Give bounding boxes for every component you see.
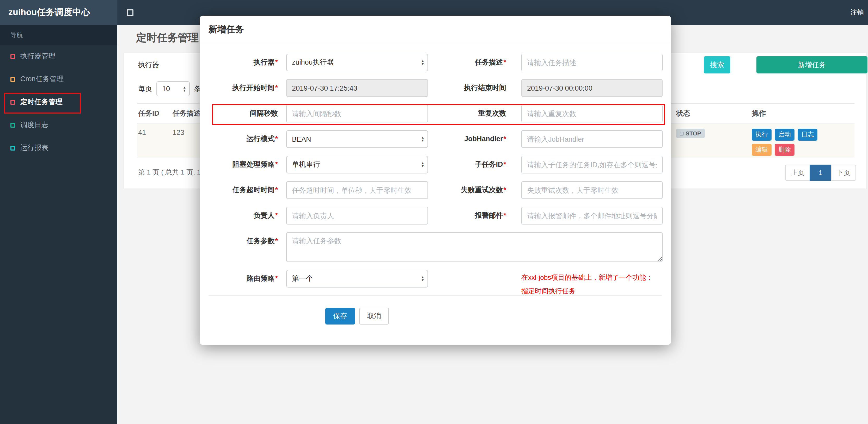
child-job-label: 子任务ID* — [428, 156, 506, 173]
logout-link[interactable]: 注销 — [850, 0, 864, 25]
child-job-input[interactable] — [521, 156, 662, 173]
header-status: 状态 — [676, 109, 690, 118]
per-page-label: 每页 — [138, 84, 152, 94]
add-job-button[interactable]: 新增任务 — [756, 56, 867, 73]
timeout-input[interactable] — [286, 181, 428, 199]
cancel-button[interactable]: 取消 — [359, 308, 389, 325]
sidebar-item-label: Cron任务管理 — [20, 74, 64, 84]
end-time-label: 执行结束时间 — [428, 79, 506, 97]
square-icon — [10, 145, 15, 150]
sidebar-item-dispatch-log[interactable]: 调度日志 — [0, 113, 117, 136]
delete-button[interactable]: 删除 — [775, 144, 795, 156]
modal-title: 新增任务 — [209, 25, 244, 34]
job-handler-input[interactable] — [521, 130, 662, 148]
executor-select[interactable]: zuihou执行器 ▲▼ — [286, 54, 428, 71]
sidebar-item-label: 执行器管理 — [20, 52, 56, 61]
route-strategy-select[interactable]: 第一个 ▲▼ — [286, 270, 428, 288]
fail-retry-input[interactable] — [521, 181, 662, 199]
sidebar-item-run-report[interactable]: 运行报表 — [0, 136, 117, 159]
stop-icon — [680, 132, 683, 135]
route-strategy-label: 路由策略* — [200, 270, 278, 288]
alarm-email-input[interactable] — [521, 207, 662, 225]
job-param-label: 任务参数* — [200, 232, 278, 262]
form-row-job-param: 任务参数* — [200, 232, 671, 262]
square-icon — [10, 123, 15, 127]
interval-label: 间隔秒数 — [200, 105, 278, 122]
form-row-timeout-retry: 任务超时时间* 失败重试次数* — [200, 181, 671, 199]
feature-note: 在xxl-jobs项目的基础上，新增了一个功能： 指定时间执行任务 — [521, 271, 671, 298]
author-input[interactable] — [286, 207, 428, 225]
modal-footer: 保存 取消 — [286, 308, 428, 325]
select-arrows-icon: ▲▼ — [183, 86, 186, 92]
pagination: 上页 1 下页 — [785, 165, 856, 181]
select-arrows-icon: ▲▼ — [421, 136, 424, 142]
author-label: 负责人* — [200, 207, 278, 225]
end-time-input[interactable] — [521, 79, 662, 97]
square-icon — [10, 54, 15, 59]
next-page-button[interactable]: 下页 — [831, 165, 856, 181]
form-row-datetime: 执行开始时间* 执行结束时间 — [200, 79, 671, 97]
cell-job-desc: 123 — [173, 129, 184, 136]
sidebar-item-label: 调度日志 — [20, 120, 49, 130]
start-time-input[interactable] — [286, 79, 428, 97]
block-strategy-label: 阻塞处理策略* — [200, 156, 278, 173]
log-button[interactable]: 日志 — [798, 129, 817, 141]
executor-filter-label: 执行器 — [138, 60, 159, 70]
form-row-gluetype-handler: 运行模式* BEAN ▲▼ JobHandler* — [200, 130, 671, 148]
fail-retry-label: 失败重试次数* — [428, 181, 506, 199]
page-1-button[interactable]: 1 — [810, 165, 832, 181]
page-title: 定时任务管理 — [136, 31, 198, 45]
start-button[interactable]: 启动 — [775, 129, 795, 141]
prev-page-button[interactable]: 上页 — [785, 165, 810, 181]
edit-button[interactable]: 编辑 — [752, 144, 772, 156]
interval-input[interactable] — [286, 105, 428, 122]
repeat-label: 重复次数 — [428, 105, 506, 122]
app-brand: zuihou任务调度中心 — [0, 0, 117, 25]
form-row-route-strategy: 路由策略* 第一个 ▲▼ 在xxl-jobs项目的基础上，新增了一个功能： 指定… — [200, 270, 671, 288]
header-job-desc: 任务描述 — [173, 109, 201, 118]
add-job-modal: 新增任务 执行器* zuihou执行器 ▲▼ 任务描述* — [200, 15, 671, 345]
sidebar-nav-header: 导航 — [0, 25, 117, 45]
form-row-executor-desc: 执行器* zuihou执行器 ▲▼ 任务描述* — [200, 54, 671, 71]
sidebar-item-label: 定时任务管理 — [20, 97, 63, 107]
job-param-textarea[interactable] — [286, 232, 662, 262]
select-arrows-icon: ▲▼ — [421, 161, 424, 168]
select-arrows-icon: ▲▼ — [421, 59, 424, 66]
sidebar-item-cron-job-manage[interactable]: Cron任务管理 — [0, 68, 117, 91]
cell-status: STOP — [676, 129, 705, 138]
job-desc-input[interactable] — [521, 54, 662, 71]
sidebar-menu: 执行器管理 Cron任务管理 定时任务管理 调度日志 运行报表 — [0, 45, 117, 159]
sidebar-toggle-icon[interactable] — [127, 9, 133, 16]
sidebar-item-executor-manage[interactable]: 执行器管理 — [0, 45, 117, 68]
header-actions: 操作 — [752, 109, 766, 118]
save-button[interactable]: 保存 — [325, 308, 355, 325]
alarm-email-label: 报警邮件* — [428, 207, 506, 225]
search-button[interactable]: 搜索 — [704, 56, 731, 73]
screen: zuihou任务调度中心 注销 导航 执行器管理 Cron任务管理 定时任务管理… — [0, 0, 868, 424]
header-job-id: 任务ID — [138, 109, 159, 118]
sidebar-item-label: 运行报表 — [20, 143, 49, 153]
glue-type-select[interactable]: BEAN ▲▼ — [286, 130, 428, 148]
repeat-input[interactable] — [521, 105, 662, 122]
block-strategy-select[interactable]: 单机串行 ▲▼ — [286, 156, 428, 173]
job-handler-label: JobHandler* — [428, 130, 506, 148]
form-row-interval-repeat: 间隔秒数 重复次数 — [200, 105, 671, 122]
executor-label: 执行器* — [200, 54, 278, 71]
square-icon — [10, 77, 15, 81]
form-row-block-child: 阻塞处理策略* 单机串行 ▲▼ 子任务ID* — [200, 156, 671, 173]
cell-job-id: 41 — [138, 129, 146, 136]
modal-body: 执行器* zuihou执行器 ▲▼ 任务描述* 执行开始时间* — [200, 42, 671, 325]
job-desc-label: 任务描述* — [428, 54, 506, 71]
status-badge: STOP — [676, 129, 705, 138]
per-page-select[interactable]: 10 ▲▼ — [156, 81, 190, 96]
timeout-label: 任务超时时间* — [200, 181, 278, 199]
run-button[interactable]: 执行 — [752, 129, 772, 141]
sidebar: 导航 执行器管理 Cron任务管理 定时任务管理 调度日志 运行报表 — [0, 25, 117, 424]
cell-actions: 执行 启动 日志 编辑 删除 — [752, 129, 830, 156]
select-arrows-icon: ▲▼ — [421, 275, 424, 282]
modal-header: 新增任务 — [200, 15, 671, 42]
square-icon — [10, 100, 15, 104]
start-time-label: 执行开始时间* — [200, 79, 278, 97]
form-row-author-email: 负责人* 报警邮件* — [200, 207, 671, 225]
sidebar-item-timed-job-manage[interactable]: 定时任务管理 — [0, 91, 117, 113]
